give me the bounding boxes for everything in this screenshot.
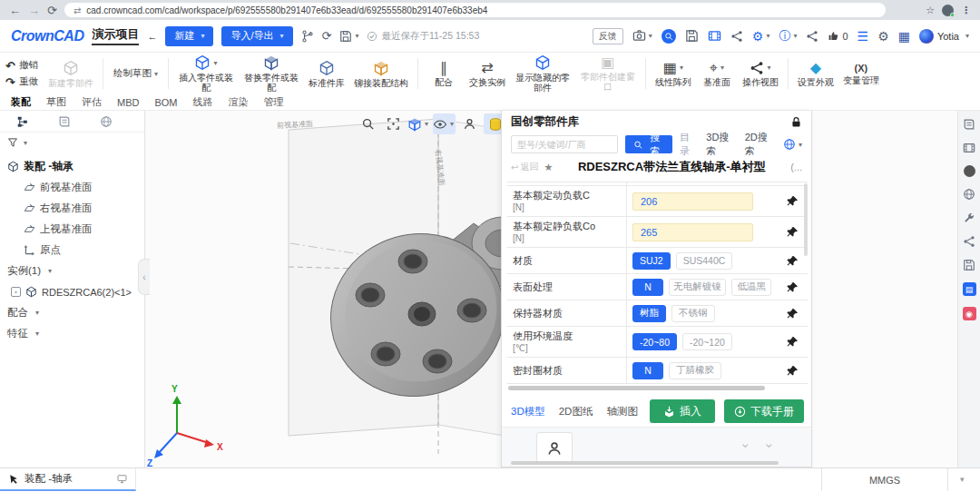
tree-group-mates[interactable]: 配合▾: [0, 302, 144, 323]
new-button[interactable]: 新建▾: [165, 26, 213, 46]
drawing-card-icon[interactable]: [708, 29, 721, 43]
tab-evaluate[interactable]: 评估: [82, 95, 102, 109]
tab-mbd[interactable]: MBD: [117, 97, 139, 108]
insert-button[interactable]: 插入: [650, 399, 715, 423]
favorite-icon[interactable]: ★: [544, 162, 553, 173]
screenshot-icon[interactable]: ▾: [632, 29, 652, 43]
collaboration-icon[interactable]: [806, 30, 818, 43]
hide-components-icon[interactable]: [458, 113, 481, 134]
option-chip[interactable]: 无电解镀镍: [669, 279, 726, 296]
collapse-header-icon[interactable]: ←: [147, 31, 157, 42]
option-chip-selected[interactable]: -20~80: [632, 333, 677, 350]
video-icon[interactable]: [963, 142, 975, 154]
preview-avatar-card[interactable]: [536, 432, 573, 465]
option-chip[interactable]: 丁腈橡胶: [669, 362, 721, 379]
tree-item-front-plane[interactable]: 前视基准面: [0, 177, 144, 198]
record-icon[interactable]: [964, 165, 975, 177]
pin-button[interactable]: [777, 365, 808, 377]
browser-back-button[interactable]: ←: [9, 5, 21, 16]
tab-bom[interactable]: BOM: [154, 97, 177, 108]
download-manual-button[interactable]: 下载手册: [724, 399, 804, 423]
tree-tab-icon[interactable]: [16, 115, 29, 128]
list-menu-icon[interactable]: ☰: [858, 29, 869, 44]
bookmark-star-icon[interactable]: ☆: [926, 5, 935, 16]
feedback-button[interactable]: 反馈: [593, 28, 623, 44]
address-bar[interactable]: ⇄ cad.crowncad.com/cad/workspace/p/69255…: [64, 3, 886, 17]
live-help-icon[interactable]: ◉: [963, 307, 976, 320]
units-selector[interactable]: MMGS: [821, 468, 948, 491]
plugin-icon[interactable]: [963, 235, 975, 248]
like-button[interactable]: 0: [828, 30, 848, 42]
option-chip[interactable]: SUS440C: [676, 252, 733, 270]
option-chip[interactable]: -20~120: [682, 333, 732, 350]
info-icon[interactable]: ⓘ▾: [779, 28, 797, 44]
pin-button[interactable]: [777, 226, 808, 238]
tab-assembly[interactable]: 装配: [11, 95, 31, 109]
library-catalog-link[interactable]: 目录: [680, 131, 699, 158]
version-branch-icon[interactable]: [301, 30, 314, 43]
redo-button[interactable]: ↷重做: [5, 75, 38, 89]
browser-reload-button[interactable]: ⟳: [47, 5, 57, 16]
gear2-icon[interactable]: ⚙: [877, 29, 889, 44]
pin-button[interactable]: [777, 308, 808, 320]
tab-manage[interactable]: 管理: [264, 95, 284, 109]
library-search-button[interactable]: 搜索: [625, 135, 672, 153]
option-chip[interactable]: 不锈钢: [671, 305, 715, 322]
ribbon-appearance[interactable]: ◆ 设置外观: [793, 60, 838, 88]
tree-filter[interactable]: ▾: [0, 133, 144, 153]
ribbon-show-hidden[interactable]: 显示隐藏的零部件: [510, 54, 575, 93]
ribbon-draw-sketch[interactable]: 绘制草图▾: [108, 67, 163, 80]
table-horizontal-scrollbar[interactable]: [508, 386, 765, 390]
tree-item-instance[interactable]: ▪ RDESZRCA6(2)<1>: [0, 281, 144, 302]
tree-item-right-plane[interactable]: 右视基准面: [0, 198, 144, 219]
ribbon-linear-pattern[interactable]: ▦▾ 线性阵列: [651, 60, 696, 88]
option-chip-selected[interactable]: N: [632, 362, 663, 379]
mate-tab-icon[interactable]: [58, 115, 71, 128]
tree-group-features[interactable]: 特征▾: [0, 323, 144, 344]
zoom-fit-icon[interactable]: [382, 113, 405, 134]
import-export-button[interactable]: 导入/导出▾: [221, 26, 292, 46]
community-icon[interactable]: [963, 188, 975, 201]
table-vertical-scrollbar[interactable]: [804, 183, 808, 256]
library-back-button[interactable]: ↩ 返回: [511, 161, 538, 173]
browser-menu-icon[interactable]: ⋮: [961, 5, 971, 16]
pin-button[interactable]: [777, 255, 808, 267]
option-chip[interactable]: 低温黑: [731, 279, 771, 296]
tree-item-origin[interactable]: 原点: [0, 240, 144, 261]
lock-icon[interactable]: [790, 116, 802, 128]
option-chip-selected[interactable]: N: [632, 279, 663, 296]
settings-gear-icon[interactable]: ⚙▾: [752, 29, 770, 44]
option-chip-selected[interactable]: SUJ2: [632, 252, 671, 270]
ribbon-variables[interactable]: (X) 变量管理: [838, 62, 884, 86]
tab-routing[interactable]: 线路: [193, 95, 213, 109]
tab-3d-model[interactable]: 3D模型: [511, 405, 545, 418]
tab-2d-drawing[interactable]: 2D图纸: [559, 405, 593, 418]
library-search-input[interactable]: [511, 135, 618, 153]
pin-button[interactable]: [777, 195, 808, 207]
user-menu[interactable]: Yotia▾: [919, 29, 969, 44]
pin-button[interactable]: [777, 281, 808, 293]
ribbon-replace-part[interactable]: 替换零件或装配: [239, 54, 304, 93]
ribbon-insert-part[interactable]: ▾ 插入零件或装配: [173, 54, 239, 93]
tools-icon[interactable]: [963, 212, 975, 224]
library-region-icon[interactable]: ▾: [783, 138, 802, 151]
save-icon[interactable]: ▾: [339, 30, 358, 43]
pin-button[interactable]: [777, 336, 808, 348]
apps-grid-icon[interactable]: ▦: [898, 29, 910, 44]
ribbon-operate-view[interactable]: ▾ 操作视图: [738, 60, 783, 88]
tree-root-assembly[interactable]: 装配 -轴承: [0, 156, 144, 177]
ribbon-rivet-structure[interactable]: 铆接装配结构: [349, 59, 413, 89]
zoom-icon[interactable]: [357, 113, 379, 134]
value-input[interactable]: 265: [632, 223, 753, 241]
visibility-icon[interactable]: ▾: [433, 113, 456, 134]
sync-icon[interactable]: ⟳: [322, 29, 332, 43]
browser-forward-button[interactable]: →: [28, 5, 40, 16]
print-icon[interactable]: [685, 29, 699, 43]
ribbon-swap-instance[interactable]: ⇄ 交换实例: [465, 60, 510, 88]
chat-icon[interactable]: ▤: [963, 282, 976, 296]
ribbon-mate[interactable]: ∥ 配合: [423, 60, 465, 88]
tab-sketch[interactable]: 草图: [46, 95, 66, 109]
tree-group-instances[interactable]: 实例(1)▾: [0, 261, 144, 281]
project-name[interactable]: 演示项目: [92, 26, 139, 45]
assets-icon[interactable]: [963, 118, 975, 131]
